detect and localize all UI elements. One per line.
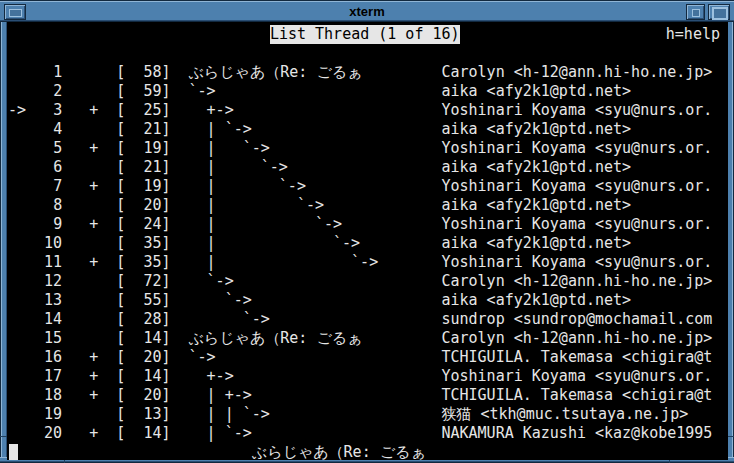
thread-list-row[interactable]: 4[21] | `->aika <afy2k1@ptd.net> [8, 120, 728, 139]
sender: Yoshinari Koyama <syu@nurs.or. [441, 177, 712, 196]
thread-list-row[interactable]: 9+[24] | `->Yoshinari Koyama <syu@nurs.o… [8, 215, 728, 234]
message-flag: + [62, 424, 98, 443]
size-bracket-open: [ [98, 234, 125, 253]
size-bracket-close: ] [161, 120, 170, 139]
message-size: 24 [125, 215, 161, 234]
sender: Yoshinari Koyama <syu@nurs.or. [441, 215, 712, 234]
sender: Yoshinari Koyama <syu@nurs.or. [441, 101, 712, 120]
window-frame-right[interactable] [727, 22, 734, 457]
message-flag: + [62, 386, 98, 405]
thread-tree: | `-> [189, 158, 288, 176]
size-bracket-open: [ [98, 405, 125, 424]
message-size: 14 [125, 329, 161, 348]
block-cursor [9, 444, 18, 460]
size-bracket-open: [ [98, 63, 125, 82]
page-title: List Thread (1 of 16) [270, 25, 460, 44]
status-line: ぶらじゃあ（Re: ごるぁ [8, 443, 728, 460]
sender: Carolyn <h-12@ann.hi-ho.ne.jp> [441, 272, 712, 291]
message-number: 3 [26, 101, 62, 120]
thread-list-row[interactable]: 16+[20]`->TCHIGUILA. Takemasa <chigira@t [8, 348, 728, 367]
index-header-line: List Thread (1 of 16) h=help [8, 25, 728, 44]
size-bracket-close: ] [161, 234, 170, 253]
size-bracket-open: [ [98, 158, 125, 177]
status-subject: ぶらじゃあ（Re: ごるぁ [252, 443, 426, 460]
size-bracket-open: [ [98, 139, 125, 158]
message-number: 18 [26, 386, 62, 405]
size-bracket-open: [ [98, 272, 125, 291]
message-size: 35 [125, 253, 161, 272]
sender: TCHIGUILA. Takemasa <chigira@t [441, 386, 712, 405]
thread-list-row[interactable]: 8[20] | `->aika <afy2k1@ptd.net> [8, 196, 728, 215]
message-number: 14 [26, 310, 62, 329]
thread-tree: `-> [189, 348, 216, 366]
message-size: 28 [125, 310, 161, 329]
thread-list-row[interactable]: 13[55] `->aika <afy2k1@ptd.net> [8, 291, 728, 310]
size-bracket-close: ] [161, 139, 170, 158]
message-number: 16 [26, 348, 62, 367]
thread-list-row[interactable]: 7+[19] | `->Yoshinari Koyama <syu@nurs.o… [8, 177, 728, 196]
size-bracket-open: [ [98, 367, 125, 386]
message-number: 8 [26, 196, 62, 215]
size-bracket-close: ] [161, 329, 170, 348]
message-size: 35 [125, 234, 161, 253]
thread-tree: | `-> [189, 177, 306, 195]
thread-subject: ぶらじゃあ（Re: ごるぁ [189, 329, 363, 347]
size-bracket-close: ] [161, 348, 170, 367]
message-number: 17 [26, 367, 62, 386]
thread-list-row[interactable]: 12[72] `->Carolyn <h-12@ann.hi-ho.ne.jp> [8, 272, 728, 291]
minimize-button[interactable] [686, 4, 705, 20]
selection-pointer: -> [8, 101, 26, 120]
frame-corner-notch [727, 436, 734, 437]
size-bracket-close: ] [161, 367, 170, 386]
blank-line [8, 44, 728, 63]
thread-list-row[interactable]: 17+[14] +->Yoshinari Koyama <syu@nurs.or… [8, 367, 728, 386]
thread-list-row[interactable]: 6[21] | `->aika <afy2k1@ptd.net> [8, 158, 728, 177]
thread-list-row[interactable]: 14[28] `->sundrop <sundrop@mochamail.com [8, 310, 728, 329]
message-number: 5 [26, 139, 62, 158]
message-size: 55 [125, 291, 161, 310]
message-size: 14 [125, 424, 161, 443]
thread-list-row[interactable]: 5+[19] | `->Yoshinari Koyama <syu@nurs.o… [8, 139, 728, 158]
size-bracket-open: [ [98, 329, 125, 348]
message-number: 1 [26, 63, 62, 82]
thread-list-row[interactable]: 15[14]ぶらじゃあ（Re: ごるぁCarolyn <h-12@ann.hi-… [8, 329, 728, 348]
message-size: 20 [125, 348, 161, 367]
size-bracket-close: ] [161, 424, 170, 443]
size-bracket-close: ] [161, 82, 170, 101]
thread-list-row-selected[interactable]: ->3+[25] +->Yoshinari Koyama <syu@nurs.o… [8, 101, 728, 120]
thread-list-row[interactable]: 2[59]`->aika <afy2k1@ptd.net> [8, 82, 728, 101]
maximize-button[interactable] [708, 4, 730, 20]
message-flag: + [62, 348, 98, 367]
thread-tree: | `-> [189, 234, 361, 252]
sender: 狭猫 <tkh@muc.tsutaya.ne.jp> [441, 405, 688, 424]
size-bracket-open: [ [98, 215, 125, 234]
message-flag: + [62, 139, 98, 158]
size-bracket-close: ] [161, 63, 170, 82]
thread-list-row[interactable]: 18+[20] | +->TCHIGUILA. Takemasa <chigir… [8, 386, 728, 405]
thread-list-row[interactable]: 19[13] | | `->狭猫 <tkh@muc.tsutaya.ne.jp> [8, 405, 728, 424]
message-size: 14 [125, 367, 161, 386]
size-bracket-close: ] [161, 272, 170, 291]
message-size: 19 [125, 139, 161, 158]
window-frame-left[interactable] [0, 22, 7, 457]
thread-list-row[interactable]: 1[58]ぶらじゃあ（Re: ごるぁCarolyn <h-12@ann.hi-h… [8, 63, 728, 82]
titlebar[interactable]: xterm [0, 0, 734, 22]
message-size: 19 [125, 177, 161, 196]
size-bracket-close: ] [161, 177, 170, 196]
message-size: 59 [125, 82, 161, 101]
message-number: 4 [26, 120, 62, 139]
thread-tree: | | `-> [189, 405, 270, 423]
size-bracket-close: ] [161, 405, 170, 424]
thread-tree: | `-> [189, 139, 270, 157]
window-menu-button[interactable] [4, 4, 26, 20]
thread-tree: | `-> [189, 253, 379, 271]
sender: aika <afy2k1@ptd.net> [441, 234, 631, 253]
message-size: 21 [125, 120, 161, 139]
size-bracket-open: [ [98, 177, 125, 196]
message-number: 11 [26, 253, 62, 272]
thread-list-row[interactable]: 10[35] | `->aika <afy2k1@ptd.net> [8, 234, 728, 253]
message-number: 20 [26, 424, 62, 443]
thread-list-row[interactable]: 11+[35] | `->Yoshinari Koyama <syu@nurs.… [8, 253, 728, 272]
thread-list-row[interactable]: 20+[14] | `->NAKAMURA Kazushi <kaz@kobe1… [8, 424, 728, 443]
message-flag: + [62, 101, 98, 120]
